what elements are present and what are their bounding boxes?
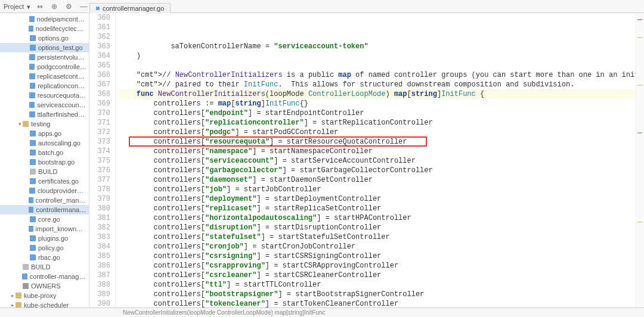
tab-label: controllermanager.go — [103, 5, 164, 12]
tree-item-label: certificates.go — [38, 178, 79, 185]
file-icon — [30, 169, 36, 175]
tree-item-label: policy.go — [38, 244, 64, 251]
code-line[interactable]: controllers["daemonset"] = startDaemonSe… — [119, 175, 636, 185]
file-icon — [23, 264, 29, 270]
tree-item[interactable]: podgccontroller.go — [0, 62, 89, 72]
code-line[interactable]: controllers["tokencleaner"] = startToken… — [119, 299, 636, 307]
project-dropdown[interactable]: Project ▼ — [4, 3, 31, 10]
tree-item[interactable]: controller_manager_te — [0, 195, 89, 205]
code-line[interactable]: ) — [119, 51, 636, 61]
code-editor[interactable]: 3603613623633643653663673683693703713723… — [89, 13, 644, 307]
tree-item-label: cloudproviders.go — [38, 187, 86, 194]
code-line[interactable]: controllers["disruption"] = startDisrupt… — [119, 223, 636, 232]
code-line[interactable]: controllers["horizontalpodautoscaling"] … — [119, 213, 636, 223]
target-icon[interactable]: ⊕ — [51, 2, 60, 11]
code-line[interactable]: controllers["statefulset"] = startStatef… — [119, 232, 636, 242]
code-line[interactable]: saTokenControllerName = "serviceaccount-… — [119, 42, 636, 51]
tree-item[interactable]: core.go — [0, 215, 89, 224]
file-icon — [29, 26, 33, 32]
tree-item[interactable]: controller-manager.go — [0, 272, 89, 281]
tree-item[interactable]: apps.go — [0, 129, 89, 138]
code-line[interactable]: controllers["csrsigning"] = startCSRSign… — [119, 251, 636, 261]
project-tree[interactable]: nodeipamcontrollernodelifecyclecontrolle… — [0, 13, 89, 307]
code-line[interactable]: controllers["garbagecollector"] = startG… — [119, 166, 636, 175]
tree-item[interactable]: replicationcontroll — [0, 81, 89, 91]
code-line[interactable]: controllers["replicationcontroller"] = s… — [119, 118, 636, 128]
tree-item-label: controllermanager.go — [36, 206, 86, 213]
code-line[interactable]: controllers["job"] = startJobController — [119, 185, 636, 194]
tree-item[interactable]: serviceaccountcon — [0, 100, 89, 110]
tree-item[interactable]: nodelifecyclecontroller — [0, 24, 89, 33]
tree-item[interactable]: autoscaling.go — [0, 138, 89, 148]
tree-item[interactable]: import_known_version — [0, 224, 89, 234]
code-line[interactable]: "cmt">// paired to their InitFunc. This … — [119, 80, 636, 89]
code-line[interactable]: func NewControllerInitializers(loopMode … — [119, 89, 636, 99]
code-line[interactable]: controllers["deployment"] = startDeploym… — [119, 194, 636, 204]
minimize-icon[interactable]: — — [80, 2, 88, 11]
tree-item[interactable]: replicasetcontrolle — [0, 72, 89, 81]
code-line[interactable]: controllers["podgc"] = startPodGCControl… — [119, 128, 636, 137]
code-line[interactable]: controllers["namespace"] = startNamespac… — [119, 147, 636, 156]
file-icon — [30, 83, 36, 89]
tree-item-label: resourcequotacon — [38, 92, 86, 99]
editor-overview-ruler[interactable] — [636, 13, 644, 307]
file-icon — [30, 130, 36, 136]
file-icon — [30, 216, 36, 222]
code-line[interactable]: controllers := map[string]InitFunc{} — [119, 99, 636, 108]
tree-item-label: controller-manager.go — [30, 273, 86, 280]
tree-item-label: kube-scheduler — [24, 302, 69, 307]
code-line[interactable] — [119, 61, 636, 70]
tree-item[interactable]: cloudproviders.go — [0, 186, 89, 195]
tree-item[interactable]: ▸kube-proxy — [0, 291, 89, 300]
tree-item[interactable]: bootstrap.go — [0, 157, 89, 167]
tree-item-label: replicationcontroll — [38, 82, 86, 89]
code-line[interactable]: controllers["ttl"] = startTTLController — [119, 280, 636, 290]
editor-tab-bar: controllermanager.go — [89, 0, 171, 13]
file-icon — [29, 197, 33, 203]
tree-item[interactable]: BUILD — [0, 167, 89, 176]
tree-item[interactable]: ▾testing — [0, 119, 89, 129]
code-line[interactable]: controllers["csrcleaner"] = startCSRClea… — [119, 271, 636, 280]
file-icon — [29, 92, 35, 98]
file-icon — [23, 283, 29, 289]
code-line[interactable]: controllers["replicaset"] = startReplica… — [119, 204, 636, 213]
main-area: nodeipamcontrollernodelifecyclecontrolle… — [0, 13, 644, 307]
code-line[interactable]: controllers["csrapproving"] = startCSRAp… — [119, 261, 636, 271]
tree-item-label: plugins.go — [38, 235, 68, 242]
breadcrumb[interactable]: NewControllerInitializers(loopMode Contr… — [123, 309, 326, 316]
file-icon — [29, 16, 35, 22]
tree-item-label: bootstrap.go — [38, 158, 75, 166]
tree-item[interactable]: options.go — [0, 33, 89, 43]
tab-controllermanager[interactable]: controllermanager.go — [89, 3, 171, 13]
code-line[interactable]: controllers["bootstrapsigner"] = startBo… — [119, 290, 636, 299]
tree-item[interactable]: resourcequotacon — [0, 91, 89, 100]
tree-item[interactable]: options_test.go — [0, 43, 89, 52]
file-icon — [22, 274, 27, 279]
tree-item-label: BUILD — [38, 168, 57, 175]
tree-item-label: BUILD — [31, 263, 50, 271]
tree-item[interactable]: ▸kube-scheduler — [0, 300, 89, 307]
tree-item[interactable]: rbac.go — [0, 253, 89, 262]
code-line[interactable]: controllers["cronjob"] = startCronJobCon… — [119, 242, 636, 251]
code-line[interactable]: "cmt">// NewControllerInitializers is a … — [119, 70, 636, 80]
tree-item[interactable]: BUILD — [0, 262, 89, 272]
gear-icon[interactable]: ⚙ — [66, 2, 74, 11]
collapse-icon[interactable]: ⇔ — [37, 2, 45, 11]
code-line[interactable]: controllers["resourcequota"] = startReso… — [119, 137, 636, 147]
tree-item[interactable]: persistentvolumeb — [0, 52, 89, 62]
tree-item[interactable]: plugins.go — [0, 234, 89, 243]
tree-item[interactable]: controllermanager.go — [0, 205, 89, 215]
tree-item-label: testing — [31, 120, 50, 128]
tree-item[interactable]: OWNERS — [0, 281, 89, 291]
tree-item[interactable]: certificates.go — [0, 176, 89, 186]
code-line[interactable]: controllers["serviceaccount"] = startSer… — [119, 156, 636, 166]
tree-item-label: rbac.go — [38, 254, 60, 261]
file-icon — [30, 178, 36, 184]
tree-item[interactable]: nodeipamcontroller — [0, 14, 89, 24]
tree-item[interactable]: ttlafterfinishedcont — [0, 110, 89, 119]
tree-item[interactable]: policy.go — [0, 243, 89, 253]
tree-item[interactable]: batch.go — [0, 148, 89, 157]
tree-item-label: kube-proxy — [24, 292, 56, 299]
code-line[interactable]: controllers["endpoint"] = startEndpointC… — [119, 108, 636, 118]
code-area[interactable]: saTokenControllerName = "serviceaccount-… — [116, 13, 636, 307]
